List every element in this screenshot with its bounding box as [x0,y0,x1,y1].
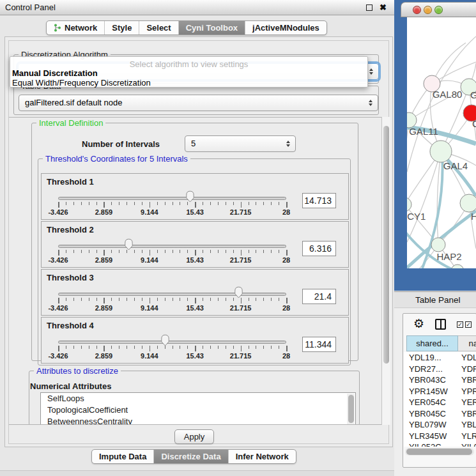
slider-tick [127,250,127,253]
cell-name: YPR1 [461,387,476,396]
apply-button[interactable]: Apply [174,429,214,444]
slider-tick [134,202,135,205]
checkbox-icon[interactable]: ✓ [465,321,472,328]
column-header-shared-name[interactable]: shared... [406,335,458,351]
bottom-tab-bar: Impute Data Discretize Data Infer Networ… [91,449,296,464]
tab-select[interactable]: Select [139,21,178,35]
numerical-attributes-list[interactable]: SelfLoopsTopologicalCoefficientBetweenne… [40,392,356,425]
slider-tick [119,346,119,349]
threshold-value-field[interactable]: 14.713 [302,193,336,208]
tab-jactivemnodules[interactable]: jActiveMNodules [245,21,326,35]
control-panel-title: Control Panel [5,3,56,12]
dropdown-option-equal-width-frequency[interactable]: Equal Width/Frequency Discretization [12,78,151,88]
slider-tick [279,346,279,349]
network-window-titlebar[interactable] [401,2,476,17]
table-row[interactable]: YBL079WYBL0 [404,419,476,431]
table-row[interactable]: YBR045CYBR0 [404,408,476,420]
slider-thumb[interactable] [160,334,171,346]
tab-infer-network[interactable]: Infer Network [229,450,296,463]
threshold-value-field[interactable]: 21.4 [302,289,336,304]
close-icon[interactable]: ✖ [380,3,387,12]
network-node[interactable] [430,141,452,162]
slider-tick [150,298,151,303]
checkbox-icon[interactable]: ✓ [457,321,463,328]
zoom-traffic-light-icon[interactable] [434,6,443,14]
table-row[interactable]: YIL052CYIL0 [404,441,476,447]
horizontal-scrollbar[interactable] [405,448,474,456]
number-of-intervals-label: Number of Intervals [82,139,160,149]
network-node[interactable] [407,197,411,211]
attribute-list-item[interactable]: BetweennessCentrality [41,416,355,425]
slider-tick [256,250,256,253]
cell-name: YIL0 [461,442,476,447]
slider-track[interactable] [58,341,286,344]
control-panel-titlebar: Control Panel ✖ [0,0,394,15]
horizontal-scrollbar-thumb[interactable] [406,449,472,455]
network-view-window: GAL80GACGAL11GAL4GCY1HHAP2 [394,0,476,291]
network-node[interactable] [431,238,445,252]
slider-tick [142,250,142,253]
slider-thumb[interactable] [123,238,134,250]
slider-tick [73,250,74,253]
table-row[interactable]: YDR27...YDR2 [404,364,476,375]
attribute-list-item[interactable]: SelfLoops [41,393,355,404]
close-traffic-light-icon[interactable] [413,6,421,14]
slider-track[interactable] [58,245,286,248]
slider-tick-label: 28 [267,352,305,360]
network-node-label: GAL4 [443,160,468,171]
threshold-label: Threshold 2 [47,225,94,234]
slider-tick [96,346,97,349]
slider-tick [195,346,196,351]
slider-tick [286,250,288,256]
vertical-scrollbar-thumb[interactable] [383,126,389,364]
list-scrollbar-thumb[interactable] [348,395,354,423]
number-of-intervals-combobox[interactable]: 5 [185,135,296,152]
table-row[interactable]: YDL19...YDL1 [404,352,476,364]
column-header-name[interactable]: na [458,335,476,351]
table-row[interactable]: YPR145WYPR1 [404,386,476,397]
slider-thumb[interactable] [233,286,244,298]
slider-tick [111,298,112,301]
minimize-traffic-light-icon[interactable] [424,6,432,14]
slider-tick [210,298,211,301]
slider-tick-label: -3.426 [39,256,77,264]
slider-track[interactable] [58,197,286,200]
table-data-combobox[interactable]: galFiltered.sif default node [19,95,378,111]
tab-network[interactable]: Network [47,21,105,35]
tab-label: Select [146,21,171,35]
table-row[interactable]: YBR043CYBR0 [404,374,476,386]
table-row[interactable]: YER054CYER0 [404,397,476,408]
slider-tick [180,202,180,205]
slider-tick [187,298,188,301]
network-canvas[interactable]: GAL80GACGAL11GAL4GCY1HHAP2 [407,17,476,268]
slider-track[interactable] [58,293,286,296]
control-panel: Control Panel ✖ Network Style Select Cyn… [0,0,394,476]
slider-tick [150,202,151,208]
threshold-value-field[interactable]: 11.344 [302,337,336,352]
slider-tick [233,346,234,349]
tab-cyni-toolbox[interactable]: Cyni Toolbox [179,21,245,35]
slider-tick [256,346,256,349]
columns-icon[interactable] [435,319,446,330]
vertical-scrollbar[interactable] [381,117,390,425]
threshold-value-field[interactable]: 6.316 [302,241,336,256]
list-scrollbar[interactable] [347,394,355,424]
table-row[interactable]: YLR345WYLR3 [404,431,476,442]
slider-tick [187,202,188,205]
slider-tick [249,346,249,349]
network-node[interactable] [460,194,476,212]
slider-tick-label: 15.43 [176,208,214,216]
attribute-list-item[interactable]: TopologicalCoefficient [41,404,355,416]
cell-shared-name: YLR345W [409,431,447,441]
slider-tick [119,202,119,205]
tab-impute-data[interactable]: Impute Data [92,450,154,463]
dropdown-prompt-option[interactable]: Select algorithm to view settings [10,59,367,69]
slider-thumb[interactable] [185,190,196,203]
slider-tick [89,250,89,253]
dropdown-option-manual-discretization[interactable]: Manual Discretization [12,68,98,78]
tab-style[interactable]: Style [105,21,139,35]
gear-icon[interactable]: ⚙ [413,316,424,331]
cell-shared-name: YIL052C [409,442,441,447]
tab-discretize-data[interactable]: Discretize Data [154,450,228,463]
float-window-icon[interactable] [366,4,372,11]
